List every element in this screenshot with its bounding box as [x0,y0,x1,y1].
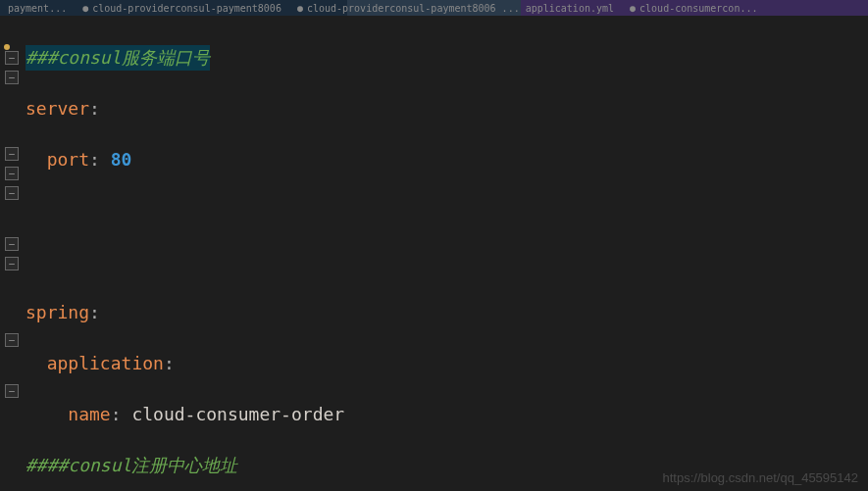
fold-marker-icon[interactable]: − [5,167,19,180]
code-content[interactable]: ###consul服务端口号 server: port: 80 spring: … [24,20,868,491]
tab-1[interactable]: payment... [0,0,75,16]
watermark-text: https://blog.csdn.net/qq_45595142 [663,470,859,485]
comment-text: 服务端口号 [122,47,210,68]
fold-marker-icon[interactable]: − [5,384,19,398]
breakpoint-dot-icon[interactable] [4,44,10,50]
code-line [26,198,868,223]
editor-tabs: payment... ●cloud-providerconsul-payment… [0,0,868,16]
tab-3[interactable]: ●cloud-providerconsul-payment8006 ... ap… [289,0,622,16]
yaml-value: cloud-consumer-order [131,404,344,424]
fold-marker-icon[interactable]: − [5,51,19,65]
dot-icon: ● [630,3,636,14]
yaml-key: server [26,98,89,119]
fold-marker-icon[interactable]: − [5,71,19,84]
fold-marker-icon[interactable]: − [5,333,19,347]
code-line: spring: [26,300,868,325]
dot-icon: ● [82,3,88,14]
tab-label: cloud-consumercon... [639,3,757,14]
fold-marker-icon[interactable]: − [5,147,19,161]
yaml-key: application [47,353,164,373]
code-line: ###consul服务端口号 [26,45,868,71]
tab-2[interactable]: ●cloud-providerconsul-payment8006 [75,0,289,16]
comment-text: 注册中心地址 [131,455,237,475]
code-line: server: [26,96,868,122]
comment-word: consul [58,47,122,68]
code-line: application: [26,351,868,376]
comment-word: consul [68,455,131,475]
code-editor[interactable]: − − − − − − − − − ###consul服务端口号 server:… [0,16,868,491]
comment-hash: ### [26,47,58,68]
fold-marker-icon[interactable]: − [5,257,19,270]
tab-4[interactable]: ●cloud-consumercon... [622,0,765,16]
yaml-key: port [47,149,89,170]
yaml-key: spring [26,302,89,322]
tab-label: payment... [8,3,67,14]
code-line: port: 80 [26,147,868,172]
tab-label: cloud-providerconsul-payment8006 [92,3,281,14]
fold-marker-icon[interactable]: − [5,186,19,200]
tab-label: cloud-providerconsul-payment8006 ... app… [307,3,614,14]
dot-icon: ● [297,3,303,14]
comment-hash: #### [26,455,68,475]
code-line [26,249,868,274]
code-line: name: cloud-consumer-order [26,402,868,427]
yaml-number: 80 [111,149,132,170]
fold-gutter: − − − − − − − − − [0,20,24,491]
yaml-key: name [68,404,110,424]
fold-marker-icon[interactable]: − [5,237,19,251]
